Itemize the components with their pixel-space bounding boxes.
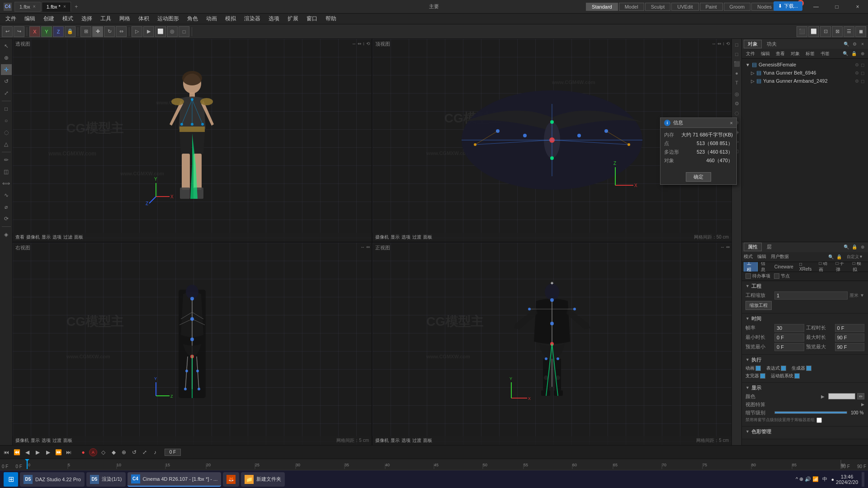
props-subtool-cust[interactable]: 自定义▼ <box>844 253 866 260</box>
gen-checkbox[interactable] <box>806 366 811 371</box>
vp-br-trans[interactable]: 过渡 <box>412 437 421 444</box>
anim-checkbox[interactable] <box>755 366 761 371</box>
right-icon-gear[interactable]: ⚙ <box>733 99 741 108</box>
prevmax-input[interactable] <box>835 343 865 351</box>
current-frame-input[interactable] <box>165 449 181 456</box>
mode-tab-project[interactable]: 工程 <box>744 262 758 272</box>
tab1-close[interactable]: × <box>33 4 36 9</box>
menu-mograph[interactable]: 运动图形 <box>154 14 183 23</box>
vp-btn-tr-3[interactable]: ↕ <box>722 41 725 46</box>
scale-input[interactable] <box>774 291 848 300</box>
tool-magnet[interactable]: ⟳ <box>1 213 12 224</box>
support-checkbox[interactable] <box>760 373 765 379</box>
tool-cursor[interactable]: ↖ <box>1 41 12 52</box>
tl-play[interactable]: ▶ <box>33 448 42 457</box>
tab-attrs[interactable]: 属性 <box>744 243 762 251</box>
mode-sculpt[interactable]: Sculpt <box>645 3 671 11</box>
expr-checkbox[interactable] <box>781 366 786 371</box>
obj-file[interactable]: 文件 <box>744 50 757 57</box>
taskbar-app-c4d[interactable]: C4 Cinema 4D R26.107 - [1.fbx *] - ... <box>127 472 222 487</box>
mintime-input[interactable] <box>774 333 804 342</box>
tl-key-all[interactable]: ◆ <box>109 448 118 457</box>
select-button[interactable]: ⊞ <box>80 26 91 37</box>
menu-window[interactable]: 窗口 <box>303 14 321 23</box>
tool-lasso[interactable]: ◌ <box>1 127 12 138</box>
menu-create[interactable]: 创建 <box>40 14 58 23</box>
download-button[interactable]: ⬇下载... <box>774 1 802 11</box>
mode-paint[interactable]: Paint <box>700 3 723 11</box>
render-btn1[interactable]: ▷ <box>132 26 142 37</box>
viewport-front[interactable]: CG模型主 www.CGMXW.com 正视图 <box>373 243 731 446</box>
tl-to-end[interactable]: ⏭ <box>64 448 73 457</box>
vp-btn-tl-1[interactable]: ↔ <box>352 41 356 46</box>
tool-knife[interactable]: ⌀ <box>1 202 12 212</box>
vp-tb-filter[interactable]: 过滤 <box>63 234 72 240</box>
props-pin[interactable]: ⊕ <box>859 244 866 251</box>
tl-next-key[interactable]: ⏩ <box>54 448 63 457</box>
vp-btn-tl-4[interactable]: ⟲ <box>366 41 370 46</box>
vp-bl-opts[interactable]: 选项 <box>42 437 51 444</box>
right-icon-text[interactable]: T <box>733 79 741 87</box>
coord-x-button[interactable]: X <box>29 26 40 37</box>
fps-input[interactable] <box>774 324 804 332</box>
color-edit-btn[interactable]: ✏ <box>857 393 864 399</box>
tl-key-pos[interactable]: ⊕ <box>119 448 128 457</box>
menu-character[interactable]: 角色 <box>184 14 202 23</box>
vp-tr-cam[interactable]: 摄像机 <box>375 234 389 240</box>
taskbar-app-daz2[interactable]: D5 渲染(1/1) <box>86 472 126 487</box>
obj-view[interactable]: 查看 <box>774 50 787 57</box>
vp-btn-bl-2[interactable]: ⇔ <box>366 244 370 249</box>
tool-measure[interactable]: ⟺ <box>1 178 12 189</box>
vp-tr-panel[interactable]: 面板 <box>423 234 432 240</box>
vp-btn-br-2[interactable]: ⇔ <box>726 244 730 249</box>
props-subtool-search[interactable]: 🔍 <box>827 253 835 260</box>
move-button[interactable]: ✛ <box>92 26 103 37</box>
tool-rect[interactable]: □ <box>1 103 12 114</box>
maxtime-input[interactable] <box>835 333 865 342</box>
vp-br-panel[interactable]: 面板 <box>423 437 432 444</box>
menu-edit[interactable]: 编辑 <box>21 14 39 23</box>
obj-edit[interactable]: 编辑 <box>759 50 772 57</box>
vp-btn-br-1[interactable]: ↔ <box>720 244 725 249</box>
right-icon-2[interactable]: □ <box>733 50 741 58</box>
tl-prev-frame[interactable]: ◀ <box>23 448 32 457</box>
right-icon-1[interactable]: □ <box>733 41 741 49</box>
vp-tr-trans[interactable]: 过渡 <box>412 234 421 240</box>
menu-volume[interactable]: 体积 <box>135 14 153 23</box>
tool-spline[interactable]: ∿ <box>1 190 12 201</box>
vp-br-cam[interactable]: 摄像机 <box>375 437 389 444</box>
tool-scale[interactable]: ⤢ <box>1 88 12 99</box>
vp-btn-bl-1[interactable]: ↔ <box>360 244 365 249</box>
right-icon-brush[interactable]: ◌ <box>733 109 741 117</box>
tab-kungfu[interactable]: 功夫 <box>763 40 781 48</box>
props-search[interactable]: 🔍 <box>843 244 850 251</box>
prevmin-input[interactable] <box>774 343 804 351</box>
scene-item-armband[interactable]: ▷ ▤ Yuna Gunner Armband_2492 ⚙ ◻ <box>744 77 866 85</box>
tool-erase[interactable]: ◫ <box>1 166 12 177</box>
tool-move[interactable]: ✛ <box>1 64 12 75</box>
undo-button[interactable]: ↩ <box>2 26 13 37</box>
right-icon-cube[interactable]: ⬛ <box>733 60 741 68</box>
tool-c[interactable]: ⊡ <box>820 26 831 37</box>
mode-uvedit[interactable]: UVEdit <box>671 3 698 11</box>
menu-render[interactable]: 渲染器 <box>241 14 264 23</box>
show-desktop-btn[interactable] <box>862 472 864 487</box>
vp-btn-tr-4[interactable]: ⟲ <box>726 41 730 46</box>
tool-a[interactable]: ⬛ <box>797 26 807 37</box>
section-time-header[interactable]: ▼ 时间 <box>745 315 864 322</box>
dialog-close-button[interactable]: × <box>730 120 733 126</box>
tab-layers[interactable]: 层 <box>763 243 776 251</box>
scale-project-btn[interactable]: 缩放工程 <box>745 301 772 310</box>
tl-prev-key[interactable]: ⏪ <box>12 448 21 457</box>
close-button[interactable]: × <box>847 0 868 14</box>
tl-next-frame[interactable]: ▶ <box>43 448 52 457</box>
mode-standard[interactable]: Standard <box>586 3 618 11</box>
maximize-button[interactable]: □ <box>826 0 847 14</box>
scale-button[interactable]: ⇔ <box>116 26 127 37</box>
tool-rotate[interactable]: ↺ <box>1 76 12 87</box>
tab-object[interactable]: 对象 <box>744 40 762 48</box>
start-button[interactable]: ⊞ <box>4 472 18 487</box>
menu-help[interactable]: 帮助 <box>322 14 340 23</box>
menu-mesh[interactable]: 网格 <box>116 14 134 23</box>
tab-file1[interactable]: 1.fbx × <box>14 2 41 12</box>
